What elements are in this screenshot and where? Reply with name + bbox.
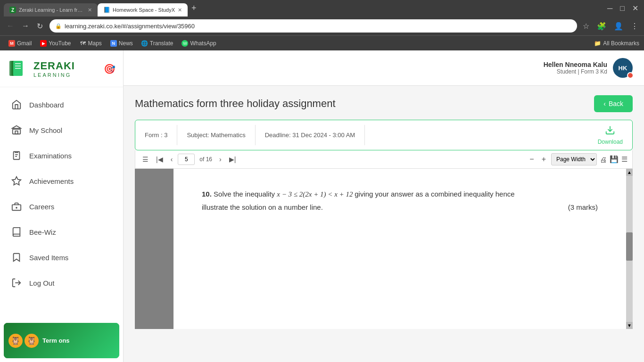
whatsapp-favicon: W	[182, 40, 188, 47]
subject-info: Subject: Mathematics	[177, 125, 255, 145]
back-nav-button[interactable]: ←	[4, 20, 17, 32]
main-layout: ZERAKI LEARNING 🎯 Dashboard My School	[0, 50, 644, 362]
sidebar-item-dashboard[interactable]: Dashboard	[0, 92, 123, 117]
sidebar-item-logout[interactable]: Log Out	[0, 270, 123, 296]
sidebar-item-achievements[interactable]: Achievements	[0, 168, 123, 194]
extensions-icon[interactable]: 🧩	[595, 20, 608, 33]
reload-nav-button[interactable]: ↻	[34, 20, 46, 33]
all-bookmarks-label[interactable]: All Bookmarks	[603, 40, 639, 47]
pdf-save-button[interactable]: 💾	[610, 155, 619, 164]
pdf-right-tools: 🖨 💾 ☰	[600, 155, 627, 164]
sidebar-promo-banner[interactable]: 🦉 🦉 Term ons	[4, 323, 119, 358]
maps-favicon: 🗺	[80, 40, 86, 47]
pdf-page-input[interactable]: 5	[178, 154, 195, 165]
star-bookmark-icon[interactable]: ☆	[581, 20, 591, 33]
pdf-menu-button[interactable]: ☰	[140, 154, 151, 165]
bookmark-translate-label: Translate	[150, 40, 173, 47]
avatar-initials: HK	[619, 65, 627, 72]
clipboard-icon	[11, 150, 22, 161]
house-icon	[11, 99, 22, 110]
logo-learning-text: LEARNING	[33, 72, 75, 78]
minimize-button[interactable]: ─	[605, 2, 614, 15]
download-icon	[605, 125, 615, 138]
deadline-info: Deadline: 31 Dec 2024 - 3:00 AM	[256, 125, 365, 145]
info-bar: Form : 3 Subject: Mathematics Deadline: …	[135, 120, 633, 150]
tab-favicon-studyx: 📘	[103, 7, 110, 13]
menu-icon[interactable]: ⋮	[629, 20, 640, 33]
sidebar-item-label-careers: Careers	[29, 203, 54, 211]
download-button[interactable]: Download	[588, 120, 632, 150]
back-chevron-icon: ‹	[603, 100, 606, 107]
exit-icon	[11, 278, 22, 288]
youtube-favicon: ▶	[40, 40, 47, 47]
bookmark-gmail-label: Gmail	[17, 40, 32, 47]
sidebar-item-beewiz[interactable]: Bee-Wiz	[0, 219, 123, 245]
maximize-button[interactable]: □	[618, 2, 627, 15]
bookmark-news[interactable]: N News	[107, 39, 137, 48]
browser-tabs: Z Zeraki Learning - Learn from Ke... ✕ 📘…	[4, 0, 200, 16]
new-tab-button[interactable]: +	[188, 3, 200, 13]
pdf-print-button[interactable]: 🖨	[600, 155, 607, 164]
sidebar-item-label-dashboard: Dashboard	[29, 101, 64, 109]
form-info: Form : 3	[135, 125, 177, 145]
pdf-first-page-button[interactable]: |◀	[154, 154, 165, 165]
bookmark-news-label: News	[119, 40, 133, 47]
star-icon	[11, 176, 22, 186]
question-line2: illustrate the solution on a number line…	[202, 203, 323, 211]
scrollbar-down-arrow[interactable]: ▼	[626, 322, 633, 329]
bookmark-youtube[interactable]: ▶ YouTube	[36, 39, 74, 48]
content-header: Hellen Nneoma Kalu Student | Form 3 Kd H…	[124, 50, 644, 86]
bookmark-whatsapp[interactable]: W WhatsApp	[178, 39, 220, 48]
pdf-next-page-button[interactable]: ›	[217, 154, 224, 165]
gmail-favicon: M	[8, 40, 15, 47]
pdf-more-button[interactable]: ☰	[621, 155, 627, 164]
tab-close-studyx[interactable]: ✕	[178, 7, 182, 13]
sidebar-item-myschool[interactable]: My School	[0, 117, 123, 143]
bookmark-youtube-label: YouTube	[49, 40, 71, 47]
browser-tab-studyx[interactable]: 📘 Homework Space - StudyX ✕	[98, 3, 188, 16]
bookmarks-bar: M Gmail ▶ YouTube 🗺 Maps N News 🌐 Transl…	[0, 35, 644, 50]
school-icon	[11, 125, 22, 135]
browser-tab-zeraki[interactable]: Z Zeraki Learning - Learn from Ke... ✕	[4, 3, 98, 16]
assignment-content: Mathematics form three holiday assignmen…	[124, 86, 644, 338]
pdf-prev-page-button[interactable]: ‹	[168, 154, 175, 165]
url-text: learning.zeraki.co.ke/#/assignments/view…	[65, 23, 195, 30]
sidebar-item-careers[interactable]: Careers	[0, 194, 123, 219]
svg-rect-7	[15, 131, 18, 134]
content-inner: Hellen Nneoma Kalu Student | Form 3 Kd H…	[124, 50, 644, 362]
sidebar-item-saveditems[interactable]: Saved Items	[0, 245, 123, 270]
forward-nav-button[interactable]: →	[19, 20, 32, 32]
svg-rect-6	[13, 129, 21, 134]
bookmark-gmail[interactable]: M Gmail	[5, 39, 35, 48]
pdf-zoom-out-button[interactable]: −	[527, 154, 536, 165]
navigation-bar: ← → ↻ 🔒 learning.zeraki.co.ke/#/assignme…	[0, 16, 644, 35]
pdf-zoom-select[interactable]: Page Width Actual Size Fit Page 50% 75% …	[551, 153, 597, 165]
question-number: 10.	[202, 190, 212, 198]
user-info: Hellen Nneoma Kalu Student | Form 3 Kd H…	[544, 58, 633, 78]
sidebar-item-examinations[interactable]: Examinations	[0, 143, 123, 168]
pdf-question-10: 10. Solve the inequality x − 3 ≤ 2(2x + …	[202, 188, 598, 214]
scrollbar-up-arrow[interactable]: ▲	[626, 169, 633, 176]
profile-icon[interactable]: 👤	[612, 20, 625, 33]
logo-zeraki-text: ZERAKI	[33, 60, 75, 72]
marks-label: (3 marks)	[568, 201, 598, 214]
avatar: HK	[613, 58, 633, 78]
bookmark-translate[interactable]: 🌐 Translate	[138, 39, 177, 48]
pdf-last-page-button[interactable]: ▶|	[227, 154, 239, 165]
bookmark-maps-label: Maps	[88, 40, 102, 47]
pdf-zoom-in-button[interactable]: +	[539, 154, 548, 165]
close-button[interactable]: ✕	[630, 2, 640, 15]
address-bar[interactable]: 🔒 learning.zeraki.co.ke/#/assignments/vi…	[50, 19, 577, 33]
pdf-page: 10. Solve the inequality x − 3 ≤ 2(2x + …	[173, 169, 626, 329]
tab-label-zeraki: Zeraki Learning - Learn from Ke...	[19, 7, 85, 13]
assignment-header: Mathematics form three holiday assignmen…	[135, 95, 633, 112]
sidebar-item-label-saveditems: Saved Items	[29, 254, 68, 262]
tab-close-zeraki[interactable]: ✕	[88, 7, 92, 13]
tab-label-studyx: Homework Space - StudyX	[113, 7, 175, 13]
target-icon[interactable]: 🎯	[104, 63, 116, 74]
news-favicon: N	[110, 40, 117, 47]
back-button[interactable]: ‹ Back	[594, 95, 633, 112]
nav-arrows: ← → ↻	[4, 20, 46, 33]
bookmark-maps[interactable]: 🗺 Maps	[76, 39, 106, 48]
scrollbar-thumb[interactable]	[626, 232, 633, 261]
